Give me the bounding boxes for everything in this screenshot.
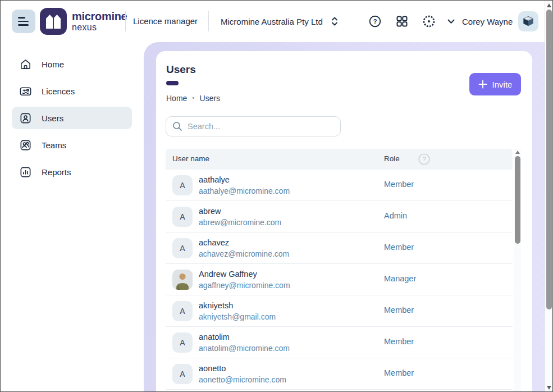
avatar [518,11,538,31]
licences-icon [19,85,32,98]
table-row[interactable]: A anatolim anatolim@micromine.com Member [166,327,513,358]
user-name: achavez [199,237,289,248]
users-table: User name Role ? A aathalye aathalye@mic… [166,149,513,390]
header-divider [208,11,209,31]
sidebar-item-teams[interactable]: Teams [12,134,132,156]
teams-icon [19,139,32,152]
breadcrumb-current: Users [200,94,221,103]
app-header: micromine nexus Licence manager Micromin… [1,1,553,42]
table-body: A aathalye aathalye@micromine.com Member… [166,170,513,390]
invite-button-label: Invite [492,80,513,89]
table-row[interactable]: A akniyetsh akniyetsh@gmail.com Member [166,295,513,327]
scroll-up-icon[interactable] [515,151,520,154]
micromine-logo-icon [40,8,67,35]
user-role[interactable]: Member [384,337,414,346]
user-role[interactable]: Manager [384,274,416,283]
sort-chevrons-icon [331,16,339,26]
organisation-selector[interactable]: Micromine Australia Pty Ltd [221,12,339,31]
user-email: agaffney@micromine.com [199,280,290,291]
main-region: Users Home • Users Invite [144,42,545,392]
sidebar: Home Licences Users Teams Reports [1,42,144,392]
breadcrumb-separator: • [192,94,194,102]
help-icon[interactable]: ? [367,13,383,29]
user-email: aathalye@micromine.com [199,185,290,197]
user-role[interactable]: Member [384,306,414,314]
menu-toggle-button[interactable] [12,10,35,33]
account-name: Corey Wayne [462,17,513,26]
user-email: akniyetsh@gmail.com [199,311,276,322]
table-scrollbar[interactable] [514,149,521,392]
table-row[interactable]: Andrew Gaffney agaffney@micromine.com Ma… [166,264,513,295]
brand-product: nexus [72,23,127,32]
brand-wordmark: micromine nexus [72,11,127,32]
account-menu[interactable]: Corey Wayne [462,11,538,31]
user-role[interactable]: Member [384,368,414,377]
user-role[interactable]: Admin [384,211,407,220]
user-email: aonetto@micromine.com [199,374,286,385]
user-role[interactable]: Member [384,243,414,252]
scroll-down-icon[interactable] [547,386,551,390]
svg-text:?: ? [373,18,377,25]
sidebar-item-licences[interactable]: Licences [12,80,132,102]
user-name: abrew [199,206,281,217]
svg-text:?: ? [422,156,426,162]
app-window: micromine nexus Licence manager Micromin… [0,0,553,392]
plus-icon [478,80,487,89]
user-role[interactable]: Member [384,180,414,189]
sidebar-item-users[interactable]: Users [12,107,132,129]
search-input[interactable] [188,122,334,131]
user-email: abrew@micromine.com [199,217,281,228]
sidebar-item-reports[interactable]: Reports [12,161,132,183]
chevron-down-icon[interactable] [446,16,456,26]
user-name: aathalye [199,174,290,185]
table-header: User name Role ? [166,149,513,170]
apps-grid-icon[interactable] [394,13,410,29]
home-icon [19,58,32,71]
sidebar-item-home[interactable]: Home [12,53,132,75]
user-name: anatolim [199,331,290,343]
page-scrollbar[interactable] [545,1,553,392]
users-panel: Users Home • Users Invite [156,51,532,392]
table-row[interactable]: A aathalye aathalye@micromine.com Member [166,170,513,201]
table-row[interactable]: A achavez achavez@micromine.com Member [166,233,513,264]
user-avatar: A [172,364,193,384]
search-icon [172,121,182,131]
user-avatar: A [172,332,193,353]
user-avatar: A [172,207,193,227]
table-row[interactable]: A abrew abrew@micromine.com Admin [166,201,513,233]
gear-icon[interactable] [421,13,437,29]
user-avatar: A [172,238,193,258]
header-divider [125,11,126,31]
user-name: Andrew Gaffney [199,268,290,280]
question-circle-icon[interactable]: ? [418,153,430,165]
table-row[interactable]: A aonetto aonetto@micromine.com Member [166,358,513,390]
breadcrumb: Home • Users [166,94,220,103]
column-header-user-name: User name [172,154,209,163]
organisation-name: Micromine Australia Pty Ltd [221,17,323,26]
scroll-up-icon[interactable] [547,3,551,7]
user-name: aonetto [199,363,286,374]
user-avatar: A [172,175,193,195]
column-header-role: Role [384,154,400,163]
brand-name: micromine [72,11,127,22]
user-name: akniyetsh [199,300,276,311]
search-box [166,116,341,136]
title-accent-bar [166,81,179,85]
users-icon [19,112,32,125]
app-title: Licence manager [133,16,198,26]
table-scrollbar-thumb[interactable] [515,156,520,244]
invite-button[interactable]: Invite [469,73,521,95]
user-email: anatolim@micromine.com [199,343,290,354]
page-scrollbar-thumb[interactable] [546,10,552,309]
user-avatar: A [172,301,193,321]
reports-icon [19,166,32,179]
breadcrumb-home[interactable]: Home [166,94,187,103]
hamburger-icon [18,17,25,18]
user-email: achavez@micromine.com [199,248,289,259]
user-photo-avatar [172,270,193,290]
page-title: Users [166,63,196,76]
